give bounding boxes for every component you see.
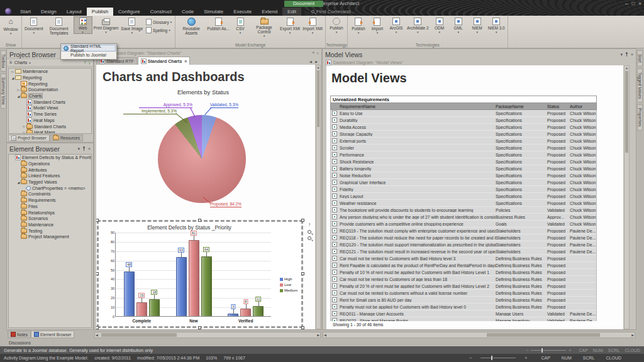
table-row[interactable]: Car must not be rented to Customers with…	[331, 255, 596, 262]
selection-handle[interactable]	[96, 326, 99, 329]
zoom-in-control[interactable]: +	[525, 356, 527, 360]
ribbon-button-publish[interactable]: Publish▾	[349, 16, 368, 35]
zoom-slider[interactable]	[480, 358, 516, 358]
bar-medium-complete[interactable]	[149, 299, 160, 316]
tree-item-charts[interactable]: ◢Charts	[9, 93, 91, 99]
zoom-slider[interactable]	[531, 350, 566, 351]
table-row[interactable]: Penalty must not be applied for Customer…	[331, 304, 596, 310]
discussions-tab[interactable]: Discussions	[0, 339, 644, 346]
expand-arrow-icon[interactable]: ▷	[11, 70, 15, 74]
zoom-out-control[interactable]: −	[526, 348, 528, 353]
column-header-author[interactable]: Author	[570, 104, 596, 109]
table-row[interactable]: Rent Payable is calculated as the produc…	[331, 262, 596, 269]
ribbon-tab-code[interactable]: Code	[177, 8, 199, 16]
ribbon-button-spelling[interactable]: Spelling▾	[146, 27, 172, 33]
pin-icon[interactable]	[82, 146, 86, 151]
selection-handle[interactable]	[198, 326, 201, 329]
tree-item-reporting[interactable]: ◢Reporting	[9, 75, 91, 81]
selection-handle[interactable]	[96, 272, 99, 275]
table-row[interactable]: Any person studying who is under the age…	[331, 214, 596, 221]
zoom-slider-thumb[interactable]	[491, 356, 492, 360]
ribbon-button-print-diagram[interactable]: Print Diagram▾	[92, 16, 120, 34]
table-row[interactable]: REQ120 - The solution must support inter…	[331, 241, 596, 248]
ribbon-button-glossary[interactable]: Glossary▾	[146, 19, 172, 25]
ribbon-button-odm[interactable]: ODM▾	[430, 16, 449, 34]
side-tab-tagged-values[interactable]: Tagged Values	[637, 69, 643, 103]
bar-high-new[interactable]	[176, 257, 187, 316]
chevron-down-icon[interactable]: ▾	[312, 50, 314, 55]
bar-medium-new[interactable]	[201, 256, 212, 316]
ribbon-button-reusable-assets[interactable]: Reusable Assets	[177, 16, 206, 36]
selection-handle[interactable]	[301, 326, 304, 329]
table-row[interactable]: DurabilitySpecificationsProposedChuck Wi…	[331, 117, 596, 124]
tree-item-maintenance[interactable]: ▷Maintenance	[9, 69, 91, 75]
bar-high-complete[interactable]	[124, 272, 135, 316]
ribbon-button-save-image[interactable]: Save Image▾	[119, 16, 144, 35]
pie-chart[interactable]	[158, 115, 246, 203]
zoom-out-control[interactable]: −	[469, 356, 472, 360]
expand-arrow-icon[interactable]: ▷	[22, 131, 26, 134]
tree-item-model-views[interactable]: Model Views	[9, 105, 91, 111]
table-row[interactable]: ScrollerSpecificationsProposedChuck Wils…	[331, 145, 596, 151]
tab-resources[interactable]: Resources	[50, 134, 83, 141]
bar-low-new[interactable]	[189, 240, 199, 316]
selection-handle[interactable]	[301, 219, 304, 222]
zoom-slider-thumb[interactable]	[541, 348, 543, 353]
bar-chart[interactable]: Element Defects by Status _Priority 0102…	[99, 222, 301, 326]
tree-item-project-management[interactable]: Project Management	[9, 234, 91, 240]
ribbon-button-window[interactable]: ⌂Window▾	[1, 16, 20, 35]
ribbon-tab-publish[interactable]: Publish	[87, 8, 113, 16]
horizontal-scrollbar[interactable]: ◀ ▶	[94, 332, 321, 338]
document-tab-standard-charts[interactable]: Standard Charts×	[138, 57, 191, 65]
table-row[interactable]: Easy to UseSpecificationsProposedChuck W…	[331, 110, 596, 117]
table-row[interactable]: Rent for Small cars is 80 AUD per dayDef…	[331, 297, 596, 304]
vertical-scrollbar[interactable]: ▲	[316, 65, 321, 329]
tree-item-tagged-values[interactable]: ◢Tagged Values	[9, 179, 91, 185]
table-row[interactable]: Provide customers with a competitive onl…	[331, 221, 596, 228]
scrollbar-thumb[interactable]	[317, 70, 319, 127]
scroll-right-icon[interactable]: ▶	[317, 333, 319, 337]
move-up-icon[interactable]: ↑	[84, 60, 86, 65]
table-row[interactable]: Penalty of 10 % of rent must be applied …	[331, 269, 596, 276]
table-row[interactable]: Car must not be rented to Customers of a…	[331, 276, 596, 283]
tree-item-heat-maps[interactable]: Heat Maps	[9, 118, 91, 124]
scrollbar-thumb[interactable]	[487, 333, 600, 337]
column-header-requirementname[interactable]: RequirementName	[340, 104, 496, 109]
bar-low-complete[interactable]	[136, 302, 147, 316]
table-row[interactable]: Storage CapacitySpecificationsProposedCh…	[331, 131, 596, 138]
menu-item-publish-to-joomla[interactable]: Publish to Joomla!	[62, 52, 116, 58]
chevron-down-icon[interactable]: ▾	[29, 61, 31, 65]
ribbon-tab-layout[interactable]: Layout	[62, 8, 87, 16]
scrollbar-thumb[interactable]	[625, 71, 628, 153]
ribbon-tab-design[interactable]: Design	[36, 8, 62, 16]
tab-scroll-arrows[interactable]: ◀ ▶	[309, 60, 319, 63]
ribbon-button-archimate-2[interactable]: ArchiMate 2▾	[406, 16, 430, 34]
table-row[interactable]: REQ118 - The solution must reduce the ne…	[331, 234, 596, 241]
selection-handle[interactable]	[96, 219, 99, 222]
close-button[interactable]: ×	[638, 1, 641, 6]
column-header-status[interactable]: Status	[547, 104, 570, 109]
chevron-down-icon[interactable]: ▾	[620, 52, 623, 57]
table-row[interactable]: Graphical User interfaceSpecificationsPr…	[331, 179, 596, 186]
tree-item-time-series[interactable]: Time Series	[9, 111, 91, 118]
ribbon-button-gml[interactable]: GML▾	[449, 16, 468, 34]
root-selector[interactable]: Charts	[14, 60, 28, 65]
table-row[interactable]: Noise ReductionSpecificationsProposedChu…	[331, 172, 596, 179]
ribbon-tab-simulate[interactable]: Simulate	[199, 8, 228, 16]
scrollbar-thumb[interactable]	[101, 333, 177, 337]
ribbon-button-publish[interactable]: Publish▾	[327, 16, 346, 34]
table-row[interactable]: Shock ResistanceSpecificationsProposedCh…	[331, 158, 596, 165]
chevron-down-icon[interactable]: ▾	[77, 146, 80, 151]
scroll-left-icon[interactable]: ◀	[96, 333, 98, 337]
bar-medium-verified[interactable]	[253, 306, 264, 316]
collapse-arrow-icon[interactable]: ◢	[11, 76, 15, 80]
table-row[interactable]: REQ023 - Store and Manage BooksManage In…	[331, 317, 596, 321]
column-header-packagename[interactable]: PackageName	[496, 104, 547, 109]
pin-icon[interactable]	[625, 52, 628, 57]
table-row[interactable]: PerformanceSpecificationsProposedChuck W…	[331, 151, 596, 158]
vertical-scrollbar[interactable]: ▲	[624, 65, 630, 329]
ribbon-button-document[interactable]: Document▾	[23, 16, 45, 35]
ribbon-tab-execute[interactable]: Execute	[228, 8, 257, 16]
restore-button[interactable]: □	[631, 1, 635, 6]
scroll-right-icon[interactable]: ▶	[631, 333, 634, 337]
